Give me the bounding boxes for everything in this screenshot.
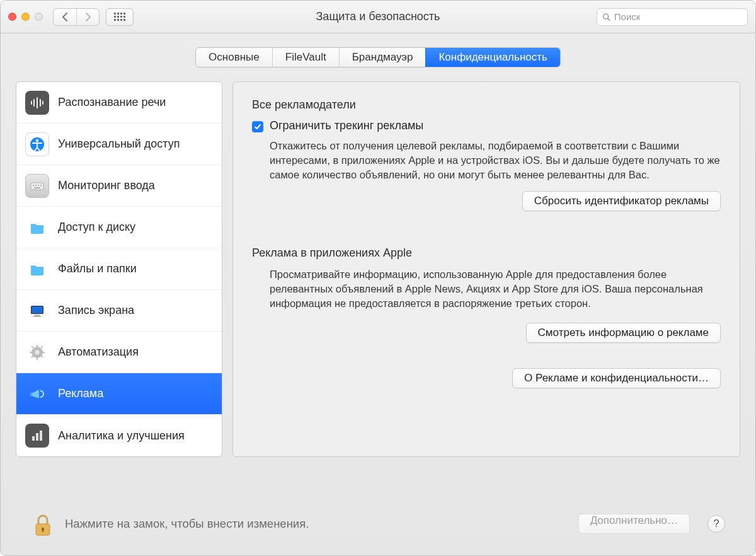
about-ads-privacy-button[interactable]: О Рекламе и конфиденциальности… [512, 368, 721, 388]
help-button[interactable]: ? [707, 515, 725, 533]
privacy-sidebar: Распознавание речи Универсальный доступ … [16, 81, 222, 457]
svg-rect-13 [40, 185, 42, 186]
lock-button[interactable] [31, 510, 55, 538]
svg-rect-27 [40, 345, 43, 348]
advanced-button[interactable]: Дополнительно… [578, 514, 690, 534]
sidebar-item-analytics[interactable]: Аналитика и улучшения [16, 415, 222, 456]
advertisers-title: Все рекламодатели [252, 98, 721, 112]
waveform-icon [25, 91, 49, 115]
sidebar-item-label: Файлы и папки [58, 262, 137, 275]
search-field[interactable] [597, 8, 748, 26]
sidebar-item-label: Автоматизация [58, 345, 139, 359]
svg-rect-12 [38, 185, 39, 186]
svg-rect-36 [42, 529, 43, 532]
close-window-button[interactable] [8, 13, 16, 21]
bar-chart-icon [25, 424, 49, 448]
chevron-right-icon [85, 13, 91, 21]
grid-icon [114, 13, 125, 21]
folder-icon [25, 216, 49, 240]
sidebar-item-speech[interactable]: Распознавание речи [16, 82, 222, 124]
show-all-button[interactable] [106, 8, 134, 26]
apple-ads-title: Реклама в приложениях Apple [252, 246, 721, 260]
traffic-lights [8, 13, 43, 21]
sidebar-item-advertising[interactable]: Реклама [16, 373, 222, 415]
svg-rect-30 [32, 436, 35, 441]
svg-rect-23 [30, 352, 32, 353]
tab-privacy[interactable]: Конфиденциальность [425, 48, 559, 67]
reset-ad-id-button[interactable]: Сбросить идентификатор рекламы [522, 191, 721, 211]
view-ad-info-button[interactable]: Смотреть информацию о рекламе [526, 323, 721, 343]
forward-button[interactable] [76, 9, 99, 25]
preferences-window: Защита и безопасность Основные FileVault… [0, 0, 756, 556]
tab-filevault[interactable]: FileVault [272, 48, 339, 67]
sidebar-item-screen-recording[interactable]: Запись экрана [16, 290, 222, 332]
gear-icon [25, 340, 49, 364]
lock-icon [32, 513, 54, 538]
limit-tracking-checkbox[interactable] [252, 121, 263, 132]
svg-rect-29 [30, 393, 32, 397]
sidebar-item-label: Аналитика и улучшения [58, 429, 185, 443]
limit-tracking-desc: Откажитесь от получения целевой рекламы,… [270, 139, 721, 182]
svg-rect-22 [37, 357, 38, 360]
limit-tracking-row: Ограничить трекинг рекламы [252, 119, 721, 132]
tab-general[interactable]: Основные [196, 48, 272, 67]
sidebar-item-label: Доступ к диску [58, 221, 135, 234]
svg-rect-25 [31, 345, 33, 348]
sidebar-item-accessibility[interactable]: Универсальный доступ [16, 124, 222, 165]
megaphone-icon [25, 382, 49, 406]
chevron-left-icon [62, 13, 68, 21]
search-icon [602, 13, 610, 21]
nav-back-forward [53, 8, 100, 26]
svg-point-20 [35, 350, 40, 354]
limit-tracking-label: Ограничить трекинг рекламы [270, 119, 423, 132]
svg-point-8 [36, 139, 38, 141]
svg-rect-11 [35, 185, 37, 186]
detail-panel: Все рекламодатели Ограничить трекинг рек… [232, 81, 740, 457]
folder-icon [25, 257, 49, 281]
sidebar-item-input-monitoring[interactable]: Мониторинг ввода [16, 165, 222, 207]
svg-rect-14 [34, 187, 40, 188]
accessibility-icon [25, 132, 49, 156]
svg-rect-24 [42, 352, 45, 353]
tab-firewall[interactable]: Брандмауэр [339, 48, 426, 67]
sidebar-item-label: Мониторинг ввода [58, 179, 155, 192]
sidebar-item-label: Распознавание речи [58, 96, 166, 109]
svg-line-1 [608, 18, 610, 20]
sidebar-item-label: Запись экрана [58, 304, 134, 317]
search-input[interactable] [614, 11, 742, 22]
svg-rect-10 [33, 185, 34, 186]
sidebar-item-automation[interactable]: Автоматизация [16, 332, 222, 373]
svg-rect-17 [35, 315, 40, 316]
svg-rect-9 [31, 183, 43, 190]
zoom-window-button[interactable] [35, 13, 43, 21]
tabs: Основные FileVault Брандмауэр Конфиденци… [195, 47, 561, 67]
titlebar: Защита и безопасность [1, 1, 755, 33]
display-icon [25, 299, 49, 323]
apple-ads-desc: Просматривайте информацию, использованну… [270, 267, 721, 311]
keyboard-icon [25, 174, 49, 198]
sidebar-item-full-disk[interactable]: Доступ к диску [16, 207, 222, 248]
svg-rect-16 [32, 306, 43, 313]
footer: Нажмите на замок, чтобы внести изменения… [16, 499, 740, 555]
svg-rect-18 [33, 316, 41, 317]
sidebar-item-label: Реклама [58, 387, 103, 400]
svg-rect-31 [36, 433, 38, 441]
svg-rect-32 [40, 431, 42, 441]
checkmark-icon [254, 123, 261, 130]
svg-rect-21 [37, 345, 38, 347]
sidebar-item-files-folders[interactable]: Файлы и папки [16, 248, 222, 290]
back-button[interactable] [54, 9, 76, 25]
window-body: Основные FileVault Брандмауэр Конфиденци… [1, 33, 755, 555]
minimize-window-button[interactable] [21, 13, 30, 21]
sidebar-item-label: Универсальный доступ [58, 137, 180, 151]
content-area: Распознавание речи Универсальный доступ … [16, 81, 740, 457]
lock-text: Нажмите на замок, чтобы внести изменения… [65, 517, 309, 531]
